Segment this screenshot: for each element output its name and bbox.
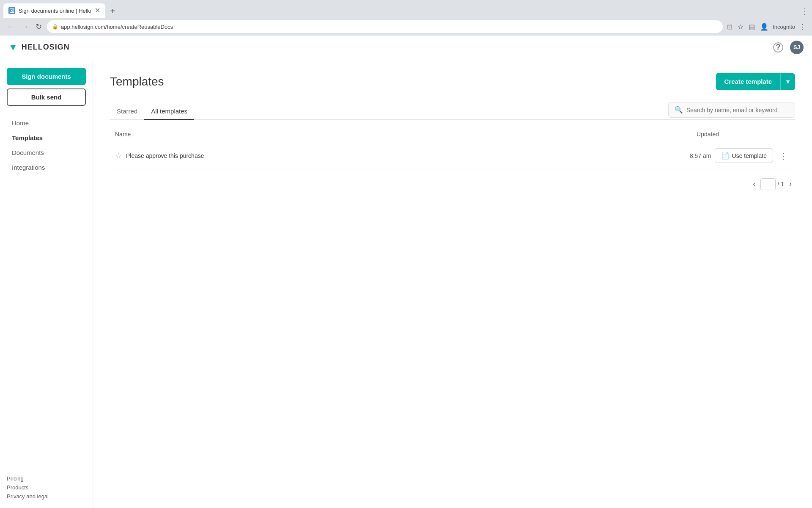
table-cell-actions: 8:57 am 📄 Use template ⋮ bbox=[434, 142, 795, 169]
sidebar-item-integrations[interactable]: Integrations bbox=[7, 160, 86, 174]
address-bar: ← → ↻ 🔒 app.hellosign.com/home/createReu… bbox=[0, 18, 812, 36]
tab-title: Sign documents online | Hello bbox=[19, 8, 91, 14]
sign-documents-btn[interactable]: Sign documents bbox=[7, 68, 86, 85]
search-input[interactable] bbox=[686, 107, 789, 113]
cast-btn[interactable]: ⊡ bbox=[726, 22, 733, 32]
reload-btn[interactable]: ↻ bbox=[34, 21, 44, 32]
address-bar-actions: ⊡ ☆ ▤ 👤 Incognito ⋮ bbox=[726, 22, 807, 32]
table-cell-name: ☆ Please approve this purchase bbox=[110, 142, 434, 169]
doc-icon: 📄 bbox=[721, 152, 730, 160]
footer-link-pricing[interactable]: Pricing bbox=[7, 475, 86, 482]
content-area: Templates Create template ▼ Starred All … bbox=[93, 59, 812, 508]
row-actions: 8:57 am 📄 Use template ⋮ bbox=[439, 148, 790, 163]
browser-tab[interactable]: Sign documents online | Hello ✕ bbox=[3, 3, 105, 18]
sidebar-footer: Pricing Products Privacy and legal bbox=[7, 469, 86, 500]
help-icon: ? bbox=[773, 42, 783, 52]
lock-icon: 🔒 bbox=[52, 24, 58, 30]
back-btn[interactable]: ← bbox=[5, 22, 16, 32]
use-template-label: Use template bbox=[732, 152, 767, 159]
search-bar: 🔍 bbox=[668, 102, 795, 118]
use-template-btn[interactable]: 📄 Use template bbox=[715, 148, 773, 163]
header-actions: Create template ▼ bbox=[716, 73, 795, 90]
browser-expand-btn[interactable]: ⋮ bbox=[801, 7, 809, 16]
bulk-send-btn[interactable]: Bulk send bbox=[7, 88, 86, 106]
logo-icon: ▼ bbox=[8, 42, 18, 53]
col-updated: Updated bbox=[434, 127, 795, 142]
logo-text: HELLOSIGN bbox=[22, 43, 70, 52]
footer-link-privacy[interactable]: Privacy and legal bbox=[7, 493, 86, 500]
create-template-btn[interactable]: Create template bbox=[716, 73, 781, 90]
avatar[interactable]: SJ bbox=[790, 41, 804, 54]
col-name: Name bbox=[110, 127, 434, 142]
tabs-search-row: Starred All templates 🔍 bbox=[110, 102, 795, 120]
sidebar: Sign documents Bulk send Home Templates … bbox=[0, 59, 93, 508]
sidebar-toggle-btn[interactable]: ▤ bbox=[748, 22, 756, 32]
sidebar-primary-btns: Sign documents Bulk send bbox=[7, 68, 86, 106]
prev-page-btn[interactable]: ‹ bbox=[749, 178, 759, 190]
tab-all-templates[interactable]: All templates bbox=[144, 103, 194, 120]
help-btn[interactable]: ? bbox=[771, 41, 785, 54]
sidebar-nav: Home Templates Documents Integrations bbox=[7, 116, 86, 469]
top-nav-right: ? SJ bbox=[771, 41, 804, 54]
browser-chrome: Sign documents online | Hello ✕ + ⋮ ← → … bbox=[0, 0, 812, 36]
table-body: ☆ Please approve this purchase 8:57 am 📄… bbox=[110, 142, 795, 169]
updated-time: 8:57 am bbox=[690, 152, 711, 159]
sidebar-item-home[interactable]: Home bbox=[7, 116, 86, 130]
page-header: Templates Create template ▼ bbox=[110, 73, 795, 90]
page-title: Templates bbox=[110, 75, 716, 88]
tabs: Starred All templates bbox=[110, 103, 668, 119]
footer-link-products[interactable]: Products bbox=[7, 484, 86, 491]
address-field[interactable]: 🔒 app.hellosign.com/home/createReusableD… bbox=[47, 20, 723, 33]
tab-close-btn[interactable]: ✕ bbox=[95, 7, 100, 14]
star-icon[interactable]: ☆ bbox=[115, 151, 122, 160]
current-page-input[interactable]: 1 bbox=[760, 178, 776, 190]
sidebar-item-templates[interactable]: Templates bbox=[7, 131, 86, 145]
next-page-btn[interactable]: › bbox=[786, 178, 795, 190]
search-icon: 🔍 bbox=[675, 106, 683, 114]
main-layout: Sign documents Bulk send Home Templates … bbox=[0, 59, 812, 508]
table-header: Name Updated bbox=[110, 127, 795, 142]
bookmark-btn[interactable]: ☆ bbox=[737, 22, 744, 32]
app: ▼ HELLOSIGN ? SJ Sign documents Bulk sen… bbox=[0, 36, 812, 508]
top-nav: ▼ HELLOSIGN ? SJ bbox=[0, 36, 812, 59]
forward-btn[interactable]: → bbox=[19, 22, 30, 32]
more-options-btn[interactable]: ⋮ bbox=[776, 150, 790, 162]
browser-menu-btn[interactable]: ⋮ bbox=[798, 22, 807, 32]
pagination: ‹ 1 / 1 › bbox=[110, 178, 795, 190]
tab-favicon bbox=[8, 7, 15, 14]
chevron-down-icon: ▼ bbox=[785, 78, 791, 85]
templates-table: Name Updated ☆ Please approve this purch… bbox=[110, 127, 795, 169]
new-tab-btn[interactable]: + bbox=[107, 5, 119, 18]
total-pages: / 1 bbox=[777, 181, 784, 188]
tab-starred[interactable]: Starred bbox=[110, 103, 144, 120]
template-name[interactable]: Please approve this purchase bbox=[126, 152, 204, 159]
incognito-avatar-btn[interactable]: 👤 bbox=[759, 22, 769, 32]
table-row: ☆ Please approve this purchase 8:57 am 📄… bbox=[110, 142, 795, 169]
logo: ▼ HELLOSIGN bbox=[8, 42, 70, 53]
url-text: app.hellosign.com/home/createReusableDoc… bbox=[61, 24, 173, 30]
sidebar-item-documents[interactable]: Documents bbox=[7, 146, 86, 160]
name-cell: ☆ Please approve this purchase bbox=[115, 151, 429, 160]
incognito-label: Incognito bbox=[773, 24, 795, 30]
create-template-dropdown-btn[interactable]: ▼ bbox=[780, 73, 795, 90]
